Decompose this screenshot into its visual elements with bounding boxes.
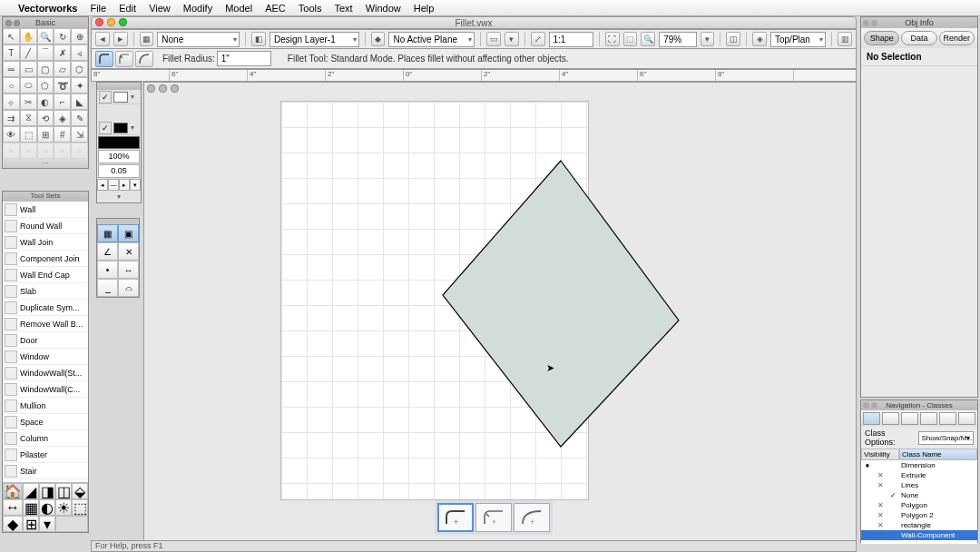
mode-hint-1[interactable]: + <box>437 503 474 532</box>
menu-help[interactable]: Help <box>414 3 435 14</box>
flyover-tool[interactable]: ↻ <box>54 28 71 44</box>
rounded-rect-tool[interactable]: ▢ <box>37 61 54 77</box>
class-row[interactable]: ✕Polygon <box>861 500 977 510</box>
arc-tool[interactable]: ⌒ <box>37 44 54 61</box>
opacity-value[interactable]: 100% <box>98 150 140 163</box>
toolset-item[interactable]: Remove Wall B... <box>3 316 88 332</box>
plane-select[interactable]: No Active Plane <box>388 32 475 47</box>
class-row[interactable]: ✕Lines <box>861 480 977 490</box>
toolset-c[interactable]: ▾ <box>39 516 55 532</box>
snap-grid[interactable]: ▦ <box>97 224 118 242</box>
basic-palette-title[interactable]: Basic <box>3 17 88 28</box>
toolset-item[interactable]: WindowWall(St... <box>3 365 88 381</box>
menu-view[interactable]: View <box>149 3 171 14</box>
view-cube-button[interactable]: ◈ <box>752 32 767 46</box>
selection-tool[interactable]: ↖ <box>3 28 20 44</box>
spiral-tool[interactable]: ➰ <box>54 77 71 94</box>
circle-tool[interactable]: ○ <box>3 77 20 94</box>
nav-tab-sheets[interactable] <box>901 412 918 425</box>
menu-tools[interactable]: Tools <box>299 3 322 14</box>
clip-tool[interactable]: ◐ <box>37 94 54 110</box>
toolset-furn[interactable]: ⬙ <box>72 483 88 499</box>
toolset-item[interactable]: Duplicate Sym... <box>3 300 88 316</box>
obj-info-tab-data[interactable]: Data <box>901 31 936 45</box>
nav-tab-classes[interactable] <box>863 412 880 425</box>
unified-view-button[interactable]: ◫ <box>726 32 740 46</box>
close-button[interactable] <box>95 18 103 26</box>
split-tool[interactable]: ✂ <box>20 94 37 110</box>
zoom-page-button[interactable]: ⛶ <box>605 32 620 46</box>
fill-check[interactable]: ✓ <box>99 91 112 104</box>
class-row[interactable]: ●Dimension <box>861 460 977 470</box>
toolset-item[interactable]: Wall <box>3 202 88 218</box>
regular-polygon-tool[interactable]: ⬠ <box>37 77 54 94</box>
text-tool[interactable]: T <box>3 44 20 61</box>
obj-info-title[interactable]: Obj Info <box>861 17 977 28</box>
app-name[interactable]: Vectorworks <box>18 3 77 14</box>
layer-select[interactable]: Design Layer-1 <box>270 32 359 47</box>
menu-modify[interactable]: Modify <box>183 3 212 14</box>
polygon-shape[interactable] <box>443 161 679 450</box>
pen-swatch[interactable] <box>113 123 128 133</box>
toolset-item[interactable]: Wall Join <box>3 234 88 251</box>
fill-menu[interactable]: ▾ <box>128 93 137 101</box>
marker-line[interactable]: — <box>108 179 119 191</box>
zoom-in-icon[interactable]: 🔍 <box>641 32 655 46</box>
obj-info-tab-render[interactable]: Render <box>939 31 975 45</box>
pen-check[interactable]: ✓ <box>99 122 112 134</box>
pan-tool[interactable]: ✋ <box>20 28 37 44</box>
class-row[interactable]: ✕Polygon 2 <box>861 510 977 520</box>
rectangle-tool[interactable]: ▭ <box>20 61 37 77</box>
symbol-insert-tool[interactable]: ⬚ <box>20 126 37 143</box>
line-preview[interactable] <box>98 136 140 149</box>
navigation-title[interactable]: Navigation - Classes <box>861 400 977 410</box>
nav-fwd-button[interactable]: ► <box>113 32 128 46</box>
drawing-canvas[interactable]: ➤ + + + <box>143 82 857 541</box>
fillet-radius-input[interactable]: 1" <box>217 51 271 66</box>
fillet-mode-split[interactable] <box>115 51 133 67</box>
offset-tool[interactable]: ⇉ <box>3 110 20 126</box>
menu-edit[interactable]: Edit <box>119 3 136 14</box>
thickness-value[interactable]: 0.05 <box>98 164 140 178</box>
rotate-tool[interactable]: ⟲ <box>37 110 54 126</box>
toolset-detail[interactable]: ◫ <box>55 483 72 499</box>
zoom-tool[interactable]: 🔍 <box>37 28 54 44</box>
attribute-mapping-tool[interactable]: ◈ <box>54 110 71 126</box>
marker-start[interactable]: ◂ <box>97 179 108 191</box>
toolset-item[interactable]: Pilaster <box>3 447 88 463</box>
toolset-item[interactable]: WindowWall(C... <box>3 381 88 398</box>
pen-menu[interactable]: ▾ <box>128 123 137 132</box>
snap-smart-pt[interactable]: • <box>97 261 118 279</box>
snap-tangent[interactable]: ⌓ <box>118 279 139 297</box>
line-tool[interactable]: ╱ <box>20 44 37 61</box>
toolset-item[interactable]: Slab <box>3 283 88 300</box>
polyline-tool[interactable]: ⬡ <box>71 61 88 77</box>
class-icon[interactable]: ▦ <box>140 32 154 46</box>
snap-angle[interactable]: ∠ <box>97 242 118 261</box>
toolset-3d[interactable]: ◨ <box>39 483 55 499</box>
minimize-button[interactable] <box>107 18 115 26</box>
class-options-select[interactable]: Show/Snap/M... <box>918 431 974 445</box>
double-line-tool[interactable]: ═ <box>3 61 20 77</box>
oval-tool[interactable]: ⬭ <box>20 77 37 94</box>
toolset-item[interactable]: Window <box>3 349 88 365</box>
snap-edge[interactable]: ⎯ <box>97 279 118 297</box>
fill-swatch[interactable] <box>113 92 128 103</box>
nav-tab-layers[interactable] <box>882 412 899 425</box>
nav-list-header[interactable]: Visibility Class Name <box>861 448 977 460</box>
nav-tab-ref[interactable] <box>958 412 975 425</box>
class-row[interactable]: ✓None <box>861 490 977 500</box>
toolset-light[interactable]: ☀ <box>55 499 72 516</box>
toolset-item[interactable]: Space <box>3 414 88 430</box>
zoom-obj-button[interactable]: ⬚ <box>623 32 638 46</box>
saved-view-drop[interactable]: ▾ <box>505 32 519 46</box>
walkthrough-tool[interactable]: ⊕ <box>71 28 88 44</box>
nav-tab-vp[interactable] <box>939 412 956 425</box>
plane-icon[interactable]: ◆ <box>371 32 386 46</box>
nav-back-button[interactable]: ◄ <box>95 32 110 46</box>
snap-object[interactable]: ▣ <box>118 224 139 242</box>
scale-icon[interactable]: ⤢ <box>531 32 545 46</box>
menu-window[interactable]: Window <box>366 3 401 14</box>
render-mode-button[interactable]: ▥ <box>838 32 852 46</box>
number-stamp-tool[interactable]: # <box>54 126 71 143</box>
